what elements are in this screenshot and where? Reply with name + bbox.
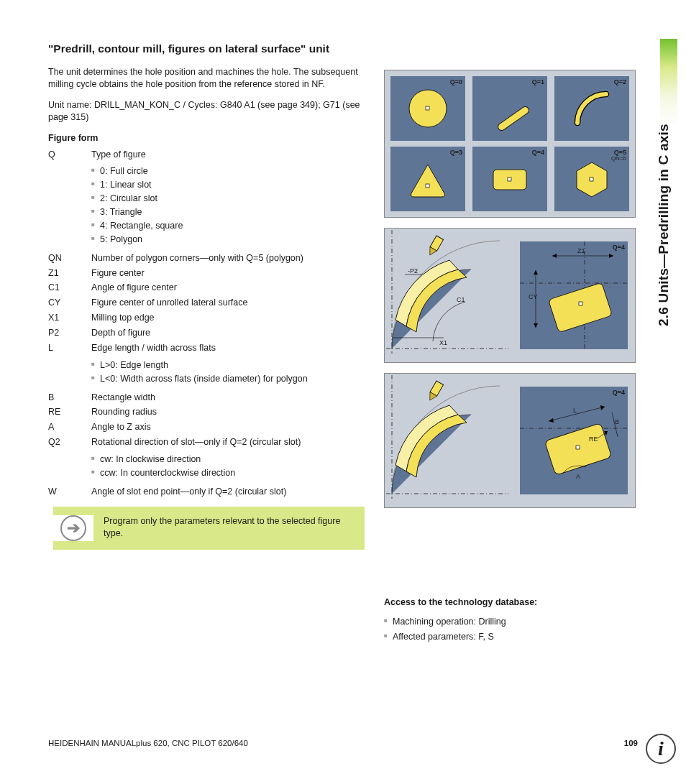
main-content: "Predrill, contour mill, figures on late…	[48, 42, 365, 550]
svg-marker-38	[600, 405, 605, 410]
param-desc: Rectangle width	[91, 390, 365, 405]
param-subitem: 5: Polygon	[91, 233, 362, 246]
shape-cell-q4: Q=4	[472, 147, 547, 211]
svg-rect-3	[426, 184, 429, 188]
param-sublist: 0: Full circle1: Linear slot2: Circular …	[91, 165, 362, 246]
param-desc: Number of polygon corners—only with Q=5 …	[91, 251, 365, 266]
fig2-right-rect: Q=4 Z1 CY	[520, 241, 628, 349]
shape-cell-q2: Q=2	[554, 76, 629, 141]
param-desc: Depth of figure	[91, 326, 365, 341]
figure-form-heading: Figure form	[48, 132, 365, 144]
fig2-left-arc: -P2 C1 X1	[390, 234, 513, 356]
svg-rect-5	[508, 177, 511, 181]
param-desc: Figure center	[91, 266, 365, 281]
page-footer: HEIDENHAIN MANUALplus 620, CNC PILOT 620…	[48, 738, 638, 750]
param-desc: Type of figure	[91, 147, 365, 162]
arrow-right-icon: ➔	[60, 515, 86, 541]
param-row: QType of figure	[48, 147, 365, 162]
fig3-left-arc	[390, 379, 513, 502]
param-sublist: cw: In clockwise directionccw: In counte…	[91, 453, 362, 480]
param-row: C1Angle of figure center	[48, 280, 365, 295]
shape-cell-q0: Q=0	[390, 76, 465, 141]
tech-database-section: Access to the technology database: Machi…	[384, 596, 628, 645]
figure-shapes-grid: Q=0 Q=1 Q=2 Q=3 Q=4	[384, 70, 636, 218]
param-code: P2	[48, 326, 91, 341]
svg-marker-22	[552, 254, 557, 258]
param-subitem: 1: Linear slot	[91, 178, 362, 192]
page-title: "Predrill, contour mill, figures on late…	[48, 42, 365, 56]
tech-item: Machining operation: Drilling	[384, 614, 628, 629]
svg-rect-1	[426, 106, 429, 110]
param-code: B	[48, 390, 91, 405]
param-desc: Angle to Z axis	[91, 420, 365, 435]
svg-text:L: L	[573, 407, 577, 414]
svg-marker-27	[534, 323, 538, 328]
param-row: CYFigure center of unrolled lateral surf…	[48, 295, 365, 310]
svg-rect-35	[576, 446, 580, 449]
param-code: QN	[48, 251, 91, 266]
param-row: QNNumber of polygon corners—only with Q=…	[48, 251, 365, 266]
param-subitem: ccw: In counterclockwise direction	[91, 466, 362, 480]
note-text: Program only the parameters relevant to …	[93, 515, 357, 540]
param-desc: Angle of slot end point—only if Q=2 (cir…	[91, 484, 365, 499]
parameter-table: QType of figure0: Full circle1: Linear s…	[48, 147, 365, 499]
param-row: LEdge length / width across flats	[48, 341, 365, 356]
note-box: ➔ Program only the parameters relevant t…	[53, 507, 365, 550]
param-desc: Rotational direction of slot—only if Q=2…	[91, 435, 365, 450]
param-desc: Angle of figure center	[91, 280, 365, 295]
param-row: P2Depth of figure	[48, 326, 365, 341]
param-subitem: 0: Full circle	[91, 165, 362, 178]
svg-marker-37	[549, 418, 554, 423]
figure-column: Q=0 Q=1 Q=2 Q=3 Q=4	[384, 70, 636, 518]
cell-label: Q=1	[532, 78, 544, 86]
note-icon-wrap: ➔	[53, 515, 93, 541]
param-code: Z1	[48, 266, 91, 281]
intro-text: The unit determines the hole position an…	[48, 66, 365, 91]
fig3-right-rect: Q=4 L B RE	[520, 387, 628, 494]
param-code: CY	[48, 295, 91, 310]
info-icon: i	[646, 734, 676, 764]
svg-text:-P2: -P2	[408, 267, 418, 275]
section-title-vertical: 2.6 Units—Predrilling in C axis	[654, 39, 677, 326]
param-code: Q	[48, 147, 91, 162]
param-desc: Edge length / width across flats	[91, 341, 365, 356]
param-subitem: cw: In clockwise direction	[91, 453, 362, 466]
svg-marker-23	[609, 254, 613, 258]
svg-rect-7	[590, 177, 593, 181]
param-subitem: L<0: Width across flats (inside diameter…	[91, 372, 362, 386]
cell-label: Q=0	[450, 78, 462, 86]
svg-text:B: B	[615, 418, 619, 425]
shape-cell-q3: Q=3	[390, 147, 465, 211]
svg-marker-26	[534, 270, 538, 275]
param-code: X1	[48, 310, 91, 326]
svg-rect-2	[497, 106, 531, 132]
param-sublist: L>0: Edge lengthL<0: Width across flats …	[91, 359, 362, 386]
svg-rect-20	[579, 302, 582, 305]
figure-dimensions-1: -P2 C1 X1 Q=4	[384, 228, 636, 363]
figure-dimensions-2: Q=4 L B RE	[384, 373, 636, 508]
side-tab: 2.6 Units—Predrilling in C axis	[653, 39, 677, 326]
param-row: WAngle of slot end point—only if Q=2 (ci…	[48, 484, 365, 499]
page: 2.6 Units—Predrilling in C axis "Predril…	[0, 0, 686, 784]
param-subitem: 2: Circular slot	[91, 192, 362, 206]
svg-text:RE: RE	[589, 435, 598, 443]
param-code: Q2	[48, 435, 91, 450]
param-desc: Figure center of unrolled lateral surfac…	[91, 295, 365, 310]
param-row: BRectangle width	[48, 390, 365, 405]
param-desc: Milling top edge	[91, 310, 365, 326]
param-code: W	[48, 484, 91, 499]
cell-label: Q=3	[450, 148, 462, 157]
tech-list: Machining operation: DrillingAffected pa…	[384, 614, 628, 645]
param-subitem: 4: Rectangle, square	[91, 219, 362, 233]
param-subitem: L>0: Edge length	[91, 359, 362, 372]
param-code: A	[48, 420, 91, 435]
tech-item: Affected parameters: F, S	[384, 629, 628, 645]
svg-text:X1: X1	[439, 339, 447, 346]
shape-cell-q5: Q=5 QN=6	[554, 147, 629, 211]
svg-text:A: A	[576, 473, 580, 480]
param-row: Q2Rotational direction of slot—only if Q…	[48, 435, 365, 450]
param-code: L	[48, 341, 91, 356]
cell-label: Q=2	[614, 78, 626, 86]
param-row: Z1Figure center	[48, 266, 365, 281]
param-code: C1	[48, 280, 91, 295]
